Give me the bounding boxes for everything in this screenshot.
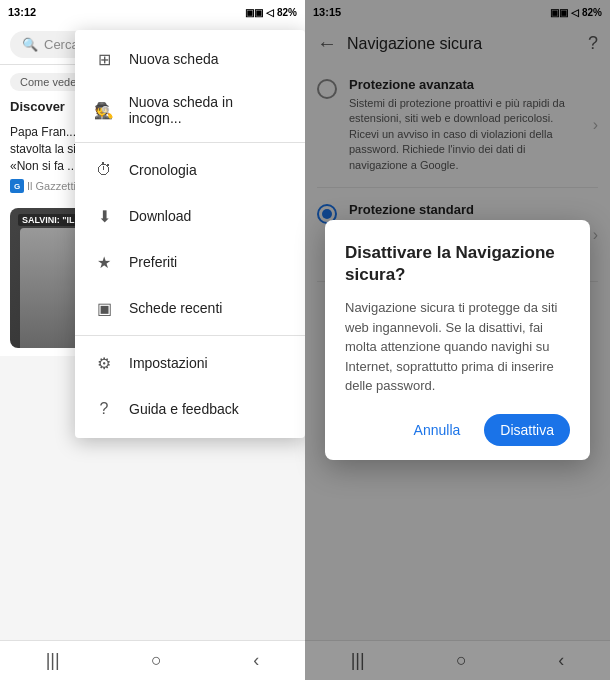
nav-back-btn[interactable]: ‹: [253, 650, 259, 671]
time-left: 13:12: [8, 6, 36, 18]
menu-item-download[interactable]: ⬇ Download: [75, 193, 305, 239]
new-tab-icon: ⊞: [93, 48, 115, 70]
nav-recent-btn[interactable]: |||: [46, 650, 60, 671]
dialog-title: Disattivare la Navigazione sicura?: [345, 242, 570, 286]
signal-icon: ▣▣: [245, 7, 263, 18]
menu-item-help[interactable]: ? Guida e feedback: [75, 386, 305, 432]
menu-item-new-tab[interactable]: ⊞ Nuova scheda: [75, 36, 305, 82]
disattiva-button[interactable]: Disattiva: [484, 414, 570, 446]
bottom-nav-left: ||| ○ ‹: [0, 640, 305, 680]
status-icons-left: ▣▣ ◁ 82%: [245, 7, 297, 18]
menu-divider-2: [75, 335, 305, 336]
left-panel: 13:12 ▣▣ ◁ 82% 🔍 Cerca o digita... A Com…: [0, 0, 305, 680]
right-panel: 13:15 ▣▣ ◁ 82% ← Navigazione sicura ? Pr…: [305, 0, 610, 680]
nav-home-btn[interactable]: ○: [151, 650, 162, 671]
favorites-icon: ★: [93, 251, 115, 273]
menu-divider-1: [75, 142, 305, 143]
download-icon: ⬇: [93, 205, 115, 227]
menu-item-history[interactable]: ⏱ Cronologia: [75, 147, 305, 193]
menu-item-incognito[interactable]: 🕵 Nuova scheda in incogn...: [75, 82, 305, 138]
cancel-button[interactable]: Annulla: [400, 414, 475, 446]
news-source-logo: G: [10, 179, 24, 193]
context-menu: ⊞ Nuova scheda 🕵 Nuova scheda in incogn.…: [75, 30, 305, 438]
settings-icon: ⚙: [93, 352, 115, 374]
dialog-actions: Annulla Disattiva: [345, 414, 570, 446]
battery-icon: 82%: [277, 7, 297, 18]
dialog-box: Disattivare la Navigazione sicura? Navig…: [325, 220, 590, 460]
status-bar-left: 13:12 ▣▣ ◁ 82%: [0, 0, 305, 24]
dialog-body: Navigazione sicura ti protegge da siti w…: [345, 298, 570, 396]
menu-item-favorites[interactable]: ★ Preferiti: [75, 239, 305, 285]
search-icon: 🔍: [22, 37, 38, 52]
menu-item-settings[interactable]: ⚙ Impostazioni: [75, 340, 305, 386]
recent-tabs-icon: ▣: [93, 297, 115, 319]
menu-item-recent-tabs[interactable]: ▣ Schede recenti: [75, 285, 305, 331]
incognito-icon: 🕵: [93, 99, 115, 121]
help-icon: ?: [93, 398, 115, 420]
history-icon: ⏱: [93, 159, 115, 181]
wifi-icon: ◁: [266, 7, 274, 18]
dialog-overlay: Disattivare la Navigazione sicura? Navig…: [305, 0, 610, 680]
